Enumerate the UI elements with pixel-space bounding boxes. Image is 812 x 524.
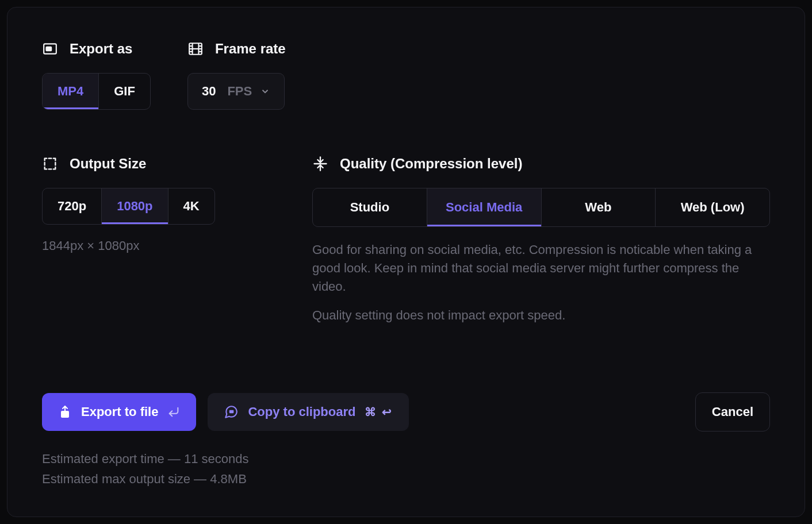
copy-to-clipboard-button[interactable]: Copy to clipboard ⌘ ↩ [208,393,409,431]
output-size-header: Output Size [42,156,238,172]
upload-icon [58,405,72,419]
output-size-label: Output Size [70,156,146,172]
quality-label: Quality (Compression level) [340,156,522,172]
quality-description: Good for sharing on social media, etc. C… [312,241,770,325]
quality-tabs: Studio Social Media Web Web (Low) [312,188,770,227]
cancel-button[interactable]: Cancel [695,392,770,431]
tab-web[interactable]: Web [542,188,656,226]
fps-value: 30 [202,84,216,99]
frame-rate-header: Frame rate [187,41,286,57]
copy-to-clipboard-label: Copy to clipboard [248,404,355,419]
chevron-down-icon [260,86,270,97]
svg-rect-14 [61,411,69,418]
estimate-time: Estimated export time — 11 seconds [42,449,770,469]
bounding-box-icon [42,156,58,172]
quality-note: Quality setting does not impact export s… [312,306,770,325]
tab-web-low[interactable]: Web (Low) [656,188,769,226]
svg-rect-15 [229,410,234,413]
film-icon [187,41,204,57]
tab-720p[interactable]: 720p [43,188,102,224]
fps-unit: FPS [227,84,252,99]
export-to-file-label: Export to file [81,404,158,419]
quality-header: Quality (Compression level) [312,156,770,172]
video-icon [42,41,58,57]
estimate-size: Estimated max output size — 4.8MB [42,469,770,489]
tab-4k[interactable]: 4K [168,188,215,224]
tab-studio[interactable]: Studio [313,188,427,226]
estimates: Estimated export time — 11 seconds Estim… [42,449,770,489]
export-as-label: Export as [70,41,132,57]
copy-shortcut: ⌘ ↩ [365,405,393,419]
frame-rate-label: Frame rate [215,41,286,57]
tab-mp4[interactable]: MP4 [43,74,99,109]
compress-icon [312,156,328,172]
export-to-file-button[interactable]: Export to file [42,393,196,431]
clipboard-icon [224,404,239,419]
tab-gif[interactable]: GIF [99,74,150,109]
cancel-label: Cancel [712,404,753,419]
export-as-header: Export as [42,41,151,57]
quality-desc-text: Good for sharing on social media, etc. C… [312,241,770,296]
frame-rate-dropdown[interactable]: 30 FPS [187,73,285,110]
output-size-tabs: 720p 1080p 4K [42,188,215,225]
svg-rect-1 [47,47,52,51]
tab-social-media[interactable]: Social Media [427,188,542,226]
enter-icon [167,406,180,418]
export-as-tabs: MP4 GIF [42,73,151,110]
output-dimensions: 1844px × 1080px [42,238,238,253]
tab-1080p[interactable]: 1080p [102,188,168,224]
